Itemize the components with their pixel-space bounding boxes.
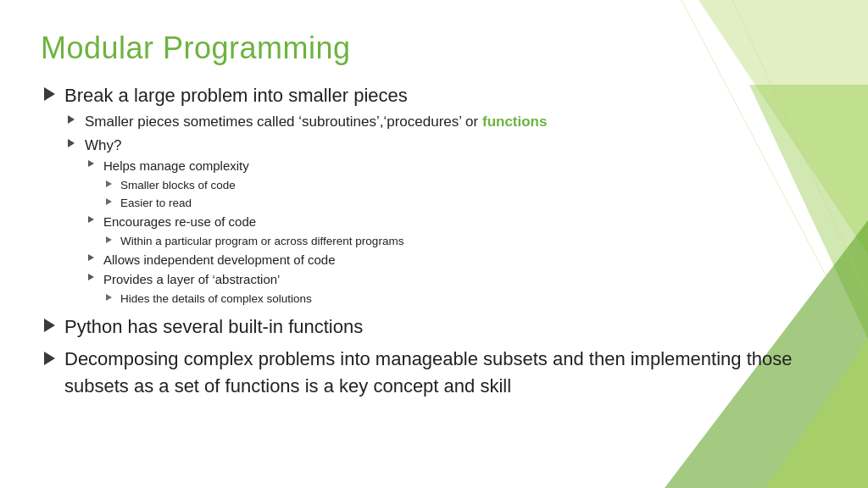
list-item-reuse: Encourages re-use of code Within a parti… [85, 213, 827, 250]
list-item-smaller-blocks: Smaller blocks of code [103, 177, 827, 194]
break-problem-text: Break a large problem into smaller piece… [64, 85, 408, 106]
slide: Modular Programming Break a large proble… [0, 0, 868, 488]
abstraction-text: Provides a layer of ‘abstraction’ [103, 272, 280, 286]
reuse-text: Encourages re-use of code [103, 214, 256, 229]
list-item-complexity: Helps manage complexity Smaller blocks o… [85, 157, 827, 212]
complexity-text: Helps manage complexity [103, 158, 249, 173]
complexity-children: Smaller blocks of code Easier to read [103, 177, 827, 213]
break-problem-children: Smaller pieces sometimes called ‘subrout… [64, 111, 827, 308]
easier-read-text: Easier to read [120, 197, 192, 209]
python-text: Python has several built-in functions [64, 316, 363, 337]
main-list: Break a large problem into smaller piece… [41, 81, 827, 400]
within-program-text: Within a particular program or across di… [120, 235, 403, 247]
subroutines-highlight: functions [482, 114, 548, 130]
list-item-hides-details: Hides the details of complex solutions [103, 291, 827, 308]
independent-dev-text: Allows independent development of code [103, 252, 336, 267]
abstraction-children: Hides the details of complex solutions [103, 291, 827, 308]
smaller-blocks-text: Smaller blocks of code [120, 179, 236, 191]
list-item-independent-dev: Allows independent development of code [85, 251, 827, 270]
why-text: Why? [85, 137, 121, 153]
slide-title: Modular Programming [41, 30, 827, 66]
reuse-children: Within a particular program or across di… [103, 233, 827, 250]
decomposing-text: Decomposing complex problems into manage… [64, 348, 793, 396]
hides-details-text: Hides the details of complex solutions [120, 292, 312, 305]
list-item-why: Why? Helps manage complexity Smaller blo… [64, 135, 827, 308]
slide-content: Break a large problem into smaller piece… [41, 81, 827, 400]
why-children: Helps manage complexity Smaller blocks o… [85, 157, 827, 308]
list-item-within-program: Within a particular program or across di… [103, 233, 827, 250]
list-item-abstraction: Provides a layer of ‘abstraction’ Hides … [85, 270, 827, 308]
list-item-break-problem: Break a large problem into smaller piece… [41, 81, 827, 308]
list-item-decomposing: Decomposing complex problems into manage… [41, 346, 827, 400]
list-item-easier-read: Easier to read [103, 195, 827, 212]
list-item-python: Python has several built-in functions [41, 313, 827, 341]
subroutines-text-before: Smaller pieces sometimes called ‘subrout… [85, 114, 482, 130]
list-item-subroutines: Smaller pieces sometimes called ‘subrout… [64, 111, 827, 133]
